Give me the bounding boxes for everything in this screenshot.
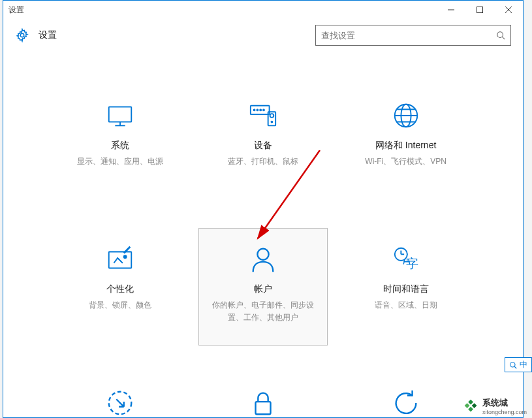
globe-icon (391, 101, 421, 131)
header: 设置 (3, 19, 523, 52)
person-icon (248, 244, 278, 274)
search-box[interactable] (315, 25, 511, 46)
minimize-button[interactable] (437, 1, 465, 19)
gear-icon (15, 28, 39, 42)
settings-window: 设置 设置 系统 (3, 0, 524, 418)
ime-label: 中 (520, 359, 527, 370)
tile-network[interactable]: 网络和 Internet Wi-Fi、飞行模式、VPN (341, 84, 471, 202)
tile-title: 网络和 Internet (375, 140, 436, 152)
tile-desc: 显示、通知、应用、电源 (77, 155, 163, 168)
tile-title: 个性化 (106, 283, 134, 295)
svg-text:字: 字 (406, 257, 418, 270)
devices-icon (248, 101, 278, 131)
tile-time-language[interactable]: 字 时间和语言 语音、区域、日期 (341, 228, 471, 346)
svg-point-16 (270, 114, 274, 118)
svg-point-13 (260, 109, 261, 110)
svg-rect-31 (255, 402, 270, 414)
tile-title: 时间和语言 (383, 283, 429, 295)
tile-desc: 蓝牙、打印机、鼠标 (228, 155, 298, 168)
svg-rect-7 (109, 107, 132, 122)
update-icon (391, 388, 421, 418)
search-input[interactable] (321, 31, 496, 40)
search-icon (509, 361, 517, 369)
svg-line-6 (503, 37, 505, 40)
tile-accounts[interactable]: 帐户 你的帐户、电子邮件、同步设置、工作、其他用户 (198, 228, 328, 346)
svg-point-33 (510, 362, 516, 367)
tile-title: 帐户 (254, 283, 272, 295)
svg-point-24 (124, 255, 127, 258)
page-title: 设置 (39, 29, 315, 41)
lock-icon (248, 388, 278, 418)
tile-desc: 语音、区域、日期 (375, 299, 437, 312)
tile-desc: 背景、锁屏、颜色 (89, 299, 151, 312)
svg-point-5 (497, 32, 503, 38)
svg-line-34 (514, 366, 516, 368)
search-icon (496, 31, 505, 40)
system-icon (105, 101, 135, 131)
tile-desc: 你的帐户、电子邮件、同步设置、工作、其他用户 (211, 299, 315, 324)
tile-title: 设备 (254, 140, 272, 152)
svg-point-11 (254, 109, 255, 110)
ease-of-access-icon (105, 388, 135, 418)
svg-point-4 (20, 33, 24, 37)
personalization-icon (105, 244, 135, 274)
svg-point-17 (271, 121, 272, 123)
svg-point-14 (263, 109, 264, 110)
titlebar: 设置 (3, 1, 523, 19)
svg-rect-1 (477, 7, 483, 13)
settings-grid: 系统 显示、通知、应用、电源 设备 蓝牙、打印机、鼠标 网络和 Internet… (3, 52, 523, 418)
tile-desc: Wi-Fi、飞行模式、VPN (365, 155, 446, 168)
tile-update-security[interactable]: 更新和安全 Windows 更新、恢复、备份 (341, 372, 471, 418)
tile-devices[interactable]: 设备 蓝牙、打印机、鼠标 (198, 84, 328, 202)
tile-personalization[interactable]: 个性化 背景、锁屏、颜色 (55, 228, 185, 346)
close-button[interactable] (494, 1, 523, 19)
svg-point-25 (257, 249, 268, 260)
time-language-icon: 字 (391, 244, 421, 274)
tile-ease-of-access[interactable]: 轻松使用 讲述人、放大镜、高对比度 (55, 372, 185, 418)
tile-title: 系统 (111, 140, 129, 152)
ime-indicator[interactable]: 中 (505, 357, 532, 372)
svg-point-12 (257, 109, 258, 110)
window-title: 设置 (8, 5, 437, 16)
tile-system[interactable]: 系统 显示、通知、应用、电源 (55, 84, 185, 202)
maximize-button[interactable] (465, 1, 494, 19)
tile-privacy[interactable]: 隐私 位置、相机 (198, 372, 328, 418)
